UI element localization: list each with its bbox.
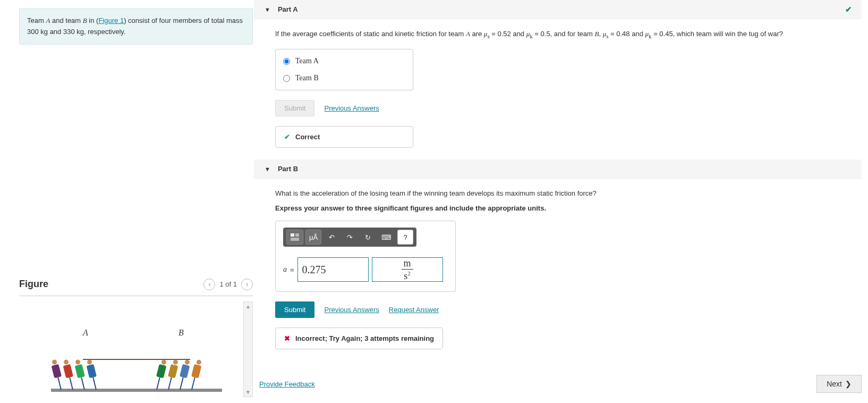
part-b-instruction: Express your answer to three significant… xyxy=(275,203,846,214)
figure-label-a: A xyxy=(83,328,88,338)
figure-link[interactable]: Figure 1 xyxy=(98,16,124,24)
submit-button-a: Submit xyxy=(275,100,314,116)
previous-answers-link-a[interactable]: Previous Answers xyxy=(324,104,379,112)
figure-title: Figure xyxy=(19,279,48,290)
value-input[interactable]: 0.275 xyxy=(297,257,369,282)
unit-input[interactable]: m s2 xyxy=(372,257,443,282)
reset-button[interactable]: ↻ xyxy=(360,230,376,245)
editor-toolbar: μÅ ↶ ↷ ↻ ⌨ ? xyxy=(283,228,416,247)
part-a-question: If the average coefficients of static an… xyxy=(275,29,846,40)
scroll-up-icon[interactable]: ▲ xyxy=(245,304,251,309)
choice-team-a[interactable]: Team A xyxy=(276,53,413,70)
caret-down-icon: ▼ xyxy=(265,166,270,172)
figure-image: A B xyxy=(19,301,243,397)
redo-button[interactable]: ↷ xyxy=(342,230,358,245)
x-icon: ✖ xyxy=(284,334,290,342)
check-icon: ✔ xyxy=(845,5,852,14)
equation-editor: μÅ ↶ ↷ ↻ ⌨ ? a = 0.275 m s2 xyxy=(275,221,456,292)
part-b-header[interactable]: ▼ Part B xyxy=(254,159,862,179)
svg-rect-1 xyxy=(295,233,299,237)
part-b-question: What is the acceleration of the losing t… xyxy=(275,188,846,199)
figure-prev-button[interactable]: ‹ xyxy=(203,279,215,290)
problem-statement: Team A and team B in (Figure 1) consist … xyxy=(19,9,253,45)
part-a-title: Part A xyxy=(278,5,298,13)
svg-rect-0 xyxy=(291,233,294,237)
previous-answers-link-b[interactable]: Previous Answers xyxy=(324,306,379,314)
choice-team-b[interactable]: Team B xyxy=(276,70,413,87)
variable-label: a xyxy=(283,265,287,274)
check-icon: ✔ xyxy=(284,133,290,141)
radio-team-b[interactable] xyxy=(283,75,290,82)
feedback-incorrect: ✖ Incorrect; Try Again; 3 attempts remai… xyxy=(275,328,443,349)
feedback-correct: ✔ Correct xyxy=(275,126,413,148)
help-button[interactable]: ? xyxy=(397,230,413,245)
submit-button-b[interactable]: Submit xyxy=(275,301,314,318)
template-button[interactable] xyxy=(286,230,303,245)
keyboard-button[interactable]: ⌨ xyxy=(378,230,395,245)
symbols-button[interactable]: μÅ xyxy=(305,230,321,245)
next-button[interactable]: Next❯ xyxy=(816,375,862,393)
chevron-right-icon: ❯ xyxy=(845,380,852,388)
part-a-header[interactable]: ▼ Part A ✔ xyxy=(254,0,862,19)
undo-button[interactable]: ↶ xyxy=(324,230,339,245)
equals-label: = xyxy=(290,266,294,274)
svg-rect-2 xyxy=(291,238,299,241)
figure-label-b: B xyxy=(178,328,184,338)
answer-choices: Team A Team B xyxy=(275,49,413,90)
figure-next-button[interactable]: › xyxy=(241,279,253,290)
part-b-title: Part B xyxy=(278,165,298,173)
request-answer-link[interactable]: Request Answer xyxy=(389,306,439,314)
caret-down-icon: ▼ xyxy=(265,6,270,13)
provide-feedback-link[interactable]: Provide Feedback xyxy=(259,380,315,388)
scroll-down-icon[interactable]: ▼ xyxy=(245,389,251,395)
radio-team-a[interactable] xyxy=(283,58,290,65)
figure-pager: 1 of 1 xyxy=(219,280,237,288)
figure-scrollbar[interactable]: ▲ ▼ xyxy=(243,301,253,397)
